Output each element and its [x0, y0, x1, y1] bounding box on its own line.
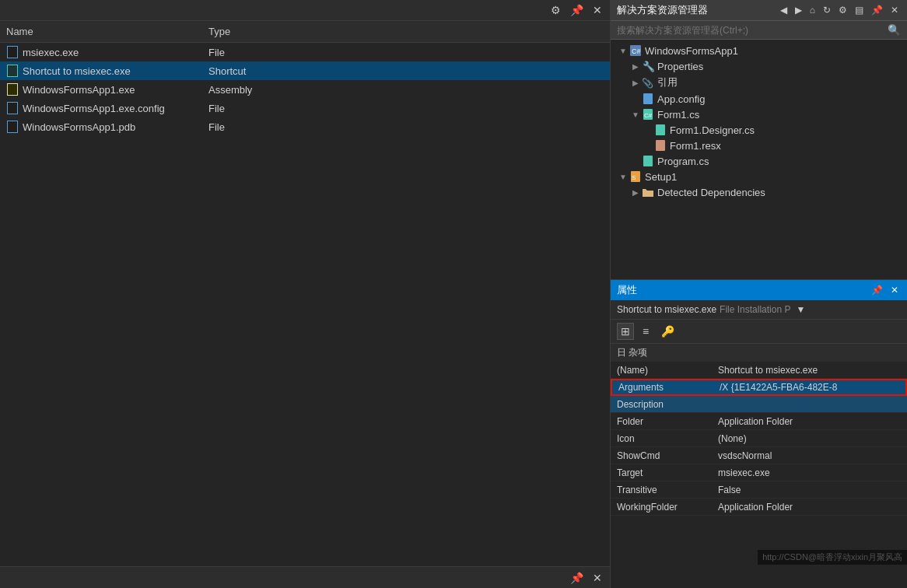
expand-icon: ▶	[629, 79, 642, 87]
expand-icon: ▼	[629, 110, 642, 119]
settings-icon[interactable]: ⚙	[548, 2, 564, 18]
csfile-icon: C#	[642, 108, 654, 121]
props-value: Application Folder	[712, 415, 907, 429]
tree-item-detected-deps[interactable]: ▶ Detected Dependencies	[611, 184, 907, 200]
file-name: msiexec.exe	[23, 47, 79, 58]
right-panel: 解决方案资源管理器 ◀ ▶ ⌂ ↻ ⚙ ▤ 📌 ✕ 🔍	[611, 0, 907, 588]
props-value: False	[712, 483, 907, 497]
search-input[interactable]	[617, 25, 884, 36]
file-row[interactable]: Shortcut to msiexec.exe Shortcut	[0, 61, 610, 80]
props-key: ShowCmd	[611, 449, 712, 463]
tree-label: Properties	[657, 61, 703, 72]
file-type: Assembly	[202, 82, 610, 97]
props-categorized-button[interactable]: ≡	[639, 323, 653, 340]
file-type: File	[202, 120, 610, 135]
props-value: /X {1E1422A5-FBA6-482E-8	[713, 380, 905, 394]
props-row-workingfolder[interactable]: WorkingFolder Application Folder	[611, 499, 907, 516]
references-icon: 📎	[642, 76, 654, 89]
props-row-description[interactable]: Description	[611, 396, 907, 413]
tree-label: Setup1	[645, 171, 677, 183]
props-subtitle: Shortcut to msiexec.exe File Installatio…	[611, 300, 907, 320]
file-name: WindowsFormsApp1.exe.config	[23, 103, 165, 114]
props-row-name[interactable]: (Name) Shortcut to msiexec.exe	[611, 362, 907, 379]
props-pin-button[interactable]: 📌	[869, 284, 885, 296]
left-bottom-bar: 📌 ✕	[0, 566, 610, 588]
se-pin-button[interactable]: 📌	[869, 4, 885, 16]
wrench-icon: 🔧	[642, 60, 654, 72]
close-button[interactable]: ✕	[590, 2, 605, 18]
svg-rect-9	[643, 156, 653, 166]
tree-label: Detected Dependencies	[657, 187, 765, 198]
file-row[interactable]: WindowsFormsApp1.exe.config File	[0, 99, 610, 117]
solution-explorer: 解决方案资源管理器 ◀ ▶ ⌂ ↻ ⚙ ▤ 📌 ✕ 🔍	[611, 0, 907, 280]
props-row-transitive[interactable]: Transitive False	[611, 481, 907, 499]
props-key: Target	[611, 466, 712, 480]
left-panel: ⚙ 📌 ✕ Name Type msiexec.exe File	[0, 0, 611, 588]
bottom-close-button[interactable]: ✕	[590, 570, 605, 586]
properties-panel: 属性 📌 ✕ Shortcut to msiexec.exe File Inst…	[611, 280, 907, 588]
props-value: Shortcut to msiexec.exe	[712, 363, 907, 377]
search-button[interactable]: 🔍	[888, 24, 901, 36]
expand-icon: ▼	[617, 173, 629, 181]
tree-item-form1resx[interactable]: Form1.resx	[611, 138, 907, 153]
props-close-button[interactable]: ✕	[888, 284, 901, 296]
section-label: 日 杂项	[617, 346, 647, 359]
svg-rect-7	[656, 124, 665, 135]
resx-icon	[654, 139, 667, 152]
se-toolbar-view[interactable]: ▤	[853, 4, 866, 16]
tree-item-winformsapp[interactable]: ▼ C# WindowsFormsApp1	[611, 43, 907, 58]
pin-button[interactable]: 📌	[567, 2, 587, 18]
svg-rect-8	[656, 140, 665, 151]
csfile-icon	[654, 124, 667, 136]
shortcut-icon	[6, 65, 19, 77]
props-row-arguments[interactable]: Arguments /X {1E1422A5-FBA6-482E-8	[611, 379, 907, 396]
tree-label: Form1.Designer.cs	[670, 124, 755, 136]
se-toolbar-home[interactable]: ⌂	[807, 4, 818, 16]
props-item-name: Shortcut to msiexec.exe	[617, 304, 716, 315]
search-bar: 🔍	[611, 21, 907, 40]
se-toolbar-forward[interactable]: ▶	[793, 4, 804, 16]
col-header-name: Name	[0, 24, 202, 39]
left-toolbar: ⚙ 📌 ✕	[0, 0, 610, 21]
props-key: WorkingFolder	[611, 500, 712, 514]
props-grid-view-button[interactable]: ⊞	[617, 323, 634, 340]
props-key: Transitive	[611, 483, 712, 497]
se-close-button[interactable]: ✕	[888, 4, 901, 16]
props-value: Application Folder	[712, 500, 907, 514]
props-type-dropdown[interactable]: ▼	[793, 303, 807, 316]
project-icon: C#	[629, 44, 642, 57]
file-row[interactable]: msiexec.exe File	[0, 43, 610, 61]
props-value: (None)	[712, 432, 907, 446]
tree-item-form1designer[interactable]: Form1.Designer.cs	[611, 122, 907, 138]
file-table-header: Name Type	[0, 21, 610, 43]
props-key-button[interactable]: 🔑	[657, 323, 678, 340]
se-toolbar-settings[interactable]: ⚙	[836, 4, 849, 16]
se-toolbar-refresh[interactable]: ↻	[821, 4, 833, 16]
tree-label: Form1.cs	[657, 109, 699, 121]
file-row[interactable]: WindowsFormsApp1.pdb File	[0, 117, 610, 136]
props-key: (Name)	[611, 363, 712, 377]
props-row-target[interactable]: Target msiexec.exe	[611, 464, 907, 481]
props-row-icon[interactable]: Icon (None)	[611, 430, 907, 447]
tree-item-setup1[interactable]: ▼ S Setup1	[611, 169, 907, 184]
tree-item-form1cs[interactable]: ▼ C# Form1.cs	[611, 107, 907, 122]
file-row[interactable]: WindowsFormsApp1.exe Assembly	[0, 80, 610, 99]
props-row-showcmd[interactable]: ShowCmd vsdscNormal	[611, 447, 907, 464]
file-name: Shortcut to msiexec.exe	[23, 65, 131, 77]
properties-titlebar: 属性 📌 ✕	[611, 280, 907, 300]
tree-item-references[interactable]: ▶ 📎 引用	[611, 74, 907, 91]
svg-text:📎: 📎	[642, 77, 653, 89]
props-key: Folder	[611, 415, 712, 429]
props-row-folder[interactable]: Folder Application Folder	[611, 413, 907, 430]
tree-item-appconfig[interactable]: App.config	[611, 91, 907, 107]
properties-title: 属性	[617, 283, 637, 297]
file-icon	[6, 121, 19, 133]
assembly-icon	[6, 83, 19, 96]
bottom-pin-button[interactable]: 📌	[567, 570, 587, 586]
tree-item-properties[interactable]: ▶ 🔧 Properties	[611, 58, 907, 74]
se-toolbar-back[interactable]: ◀	[778, 4, 790, 16]
setup-icon: S	[629, 170, 642, 183]
tree-item-programcs[interactable]: Program.cs	[611, 153, 907, 169]
tree-label: Program.cs	[657, 156, 709, 167]
folder-icon	[642, 186, 654, 198]
